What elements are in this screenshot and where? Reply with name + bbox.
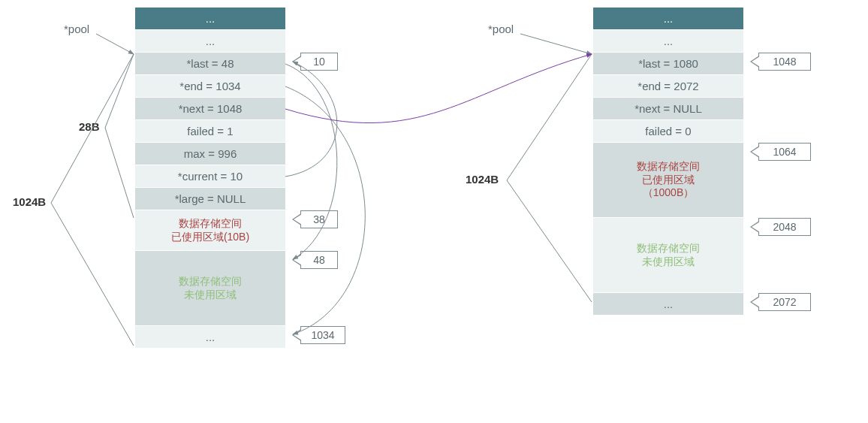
- addr-label-2048: 2048: [758, 218, 811, 236]
- right-unused-region: 数据存储空间 未使用区域: [593, 218, 743, 293]
- addr-label-2072: 2072: [758, 293, 811, 311]
- left-used-line2: 已使用区域(10B): [171, 231, 249, 244]
- left-unused-line1: 数据存储空间: [179, 275, 242, 289]
- addr-label-1064: 1064: [758, 143, 811, 161]
- right-cell-end: *end = 2072: [593, 75, 743, 98]
- left-header-size-label: 28B: [79, 120, 100, 133]
- right-cell-last: *last = 1080: [593, 53, 743, 75]
- right-cell-failed: failed = 0: [593, 120, 743, 143]
- left-bottom-ellipsis: ...: [135, 326, 285, 349]
- left-cell-max: max = 996: [135, 143, 285, 165]
- left-cell-last: *last = 48: [135, 53, 285, 75]
- right-cell-next: *next = NULL: [593, 98, 743, 120]
- left-total-size-label: 1024B: [13, 195, 46, 208]
- right-total-size-label: 1024B: [466, 173, 499, 186]
- right-pool-pointer-label: *pool: [488, 23, 514, 35]
- right-used-region: 数据存储空间 已使用区域 （1000B）: [593, 143, 743, 218]
- left-cell-end: *end = 1034: [135, 75, 285, 98]
- addr-label-1034: 1034: [300, 326, 345, 344]
- addr-label-10: 10: [300, 53, 338, 71]
- addr-label-1048: 1048: [758, 53, 811, 71]
- addr-label-38: 38: [300, 210, 338, 228]
- right-used-line1: 数据存储空间: [637, 160, 700, 174]
- right-top-ellipsis: ...: [593, 30, 743, 53]
- left-top-ellipsis: ...: [135, 30, 285, 53]
- left-used-line1: 数据存储空间: [179, 217, 242, 231]
- left-pool-pointer-label: *pool: [64, 23, 89, 35]
- left-cell-large: *large = NULL: [135, 188, 285, 210]
- right-pool-block: ... ... *last = 1080 *end = 2072 *next =…: [593, 8, 743, 316]
- addr-label-48: 48: [300, 251, 338, 269]
- left-header-ellipsis: ...: [135, 8, 285, 30]
- left-cell-current: *current = 10: [135, 165, 285, 188]
- right-unused-line2: 未使用区域: [642, 255, 695, 269]
- left-unused-region: 数据存储空间 未使用区域: [135, 251, 285, 326]
- left-pool-block: ... ... *last = 48 *end = 1034 *next = 1…: [135, 8, 285, 349]
- right-bottom-ellipsis: ...: [593, 293, 743, 316]
- right-header-ellipsis: ...: [593, 8, 743, 30]
- left-used-region: 数据存储空间 已使用区域(10B): [135, 210, 285, 251]
- left-cell-failed: failed = 1: [135, 120, 285, 143]
- left-unused-line2: 未使用区域: [184, 289, 237, 302]
- right-unused-line1: 数据存储空间: [637, 242, 700, 255]
- left-cell-next: *next = 1048: [135, 98, 285, 120]
- right-used-line3: （1000B）: [643, 186, 694, 200]
- right-used-line2: 已使用区域: [642, 174, 695, 187]
